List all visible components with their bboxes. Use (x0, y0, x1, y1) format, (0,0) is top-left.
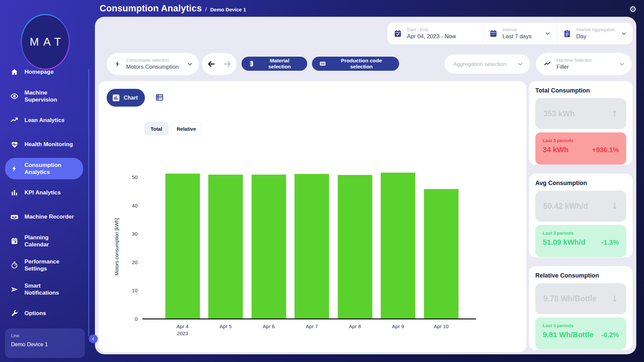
forward-arrow-button[interactable] (223, 60, 232, 68)
sidebar-item-smart-notifications[interactable]: Smart Notifications (0, 277, 90, 301)
chart-bar-5[interactable] (338, 175, 372, 319)
material-selection-button[interactable]: Material selection (241, 57, 307, 71)
machine-selection-value: Filler (556, 64, 614, 70)
chart-bar-2[interactable] (208, 175, 243, 319)
calendar-icon (489, 29, 498, 38)
bar-chart-plot: 01020304050 (143, 175, 476, 319)
stat-value: 353 kWh (543, 109, 575, 118)
sidebar-item-homepage[interactable]: Homepage (0, 60, 90, 84)
trend-icon (10, 116, 19, 125)
sidebar-item-consumption-analytics[interactable]: Consumption Analytics (0, 157, 90, 181)
sidebar-collapse-button[interactable] (89, 335, 98, 343)
x-axis-labels: Apr 4 2023Apr 5Apr 6Apr 7Apr 8Apr 9Apr 1… (161, 323, 463, 337)
aggregation-selector[interactable]: Aggregation selection (444, 54, 530, 74)
stat-title: Relative Consumption (535, 272, 626, 279)
sidebar-item-label: Performance Settings (24, 258, 59, 273)
x-tick-label: Apr 10 (420, 323, 463, 337)
sidebar-item-health-monitoring[interactable]: Health Monitoring (0, 132, 90, 157)
calendar-check-icon (393, 29, 402, 38)
interval-aggregation-value: Day (576, 33, 616, 40)
sidebar-item-label: Options (24, 310, 46, 317)
bar-slot (161, 175, 204, 319)
stat-current-box: 9.78 Wh/Bottle↓ (535, 283, 626, 314)
bar-slot (420, 175, 463, 319)
interval-label: Interval (502, 27, 540, 32)
sidebar-item-performance-settings[interactable]: Performance Settings (0, 253, 90, 277)
filter-bar: Start - End Apr 04, 2023 - Now Interval … (387, 23, 633, 44)
line-chart-icon (543, 60, 551, 68)
sidebar-item-label: KPI Analytics (24, 189, 61, 196)
chart-bar-4[interactable] (294, 174, 329, 319)
sidebar-item-label: Homepage (24, 68, 54, 75)
table-view-button[interactable] (155, 93, 164, 103)
x-axis-line (143, 318, 476, 319)
production-code-selection-label: Production code selection (330, 58, 392, 70)
stat-period-change: +936.1% (592, 146, 619, 154)
chevron-down-icon (619, 61, 625, 67)
sidebar-item-label: Smart Notifications (24, 282, 59, 297)
device-card[interactable]: Line Demo Device 1 (5, 328, 85, 358)
x-tick-label: Apr 4 2023 (161, 323, 204, 337)
chart-bar-1[interactable] (165, 174, 200, 319)
bar-slot (377, 175, 420, 319)
interval-aggregation-filter[interactable]: Interval Aggregation Day (557, 23, 633, 44)
logo-text: MAT (25, 36, 65, 48)
chevron-down-icon (621, 31, 627, 36)
sidebar-item-lean-analytics[interactable]: Lean Analytics (0, 108, 90, 132)
sidebar-item-kpi-analytics[interactable]: KPI Analytics (0, 181, 90, 205)
settings-gear-button[interactable]: ⚙ (627, 3, 639, 15)
sidebar-item-options[interactable]: Options (0, 301, 90, 325)
wrench-icon (10, 309, 19, 317)
machine-selector[interactable]: Machine Selection Filler (536, 53, 632, 75)
bars-group (161, 175, 463, 319)
stat-period-box: Last 3 periods9.81 Wh/Bottle-0.2% (535, 317, 626, 350)
chart-bar-6[interactable] (381, 173, 415, 319)
sidebar-item-planning-calendar[interactable]: Planning Calendar (0, 229, 90, 253)
bar-slot (247, 175, 290, 319)
start-end-filter[interactable]: Start - End Apr 04, 2023 - Now (387, 23, 483, 44)
stat-card-avg-consumption: Avg Consumption50.42 kWh/d↓Last 3 period… (529, 174, 633, 257)
calendar-icon (10, 237, 19, 245)
chart-bar-3[interactable] (252, 175, 286, 319)
heart-icon (10, 140, 19, 149)
consumable-selector[interactable]: Consumable selection Motors Consumption (107, 53, 199, 75)
clipboard-icon (563, 29, 572, 38)
sidebar-item-machine-supervision[interactable]: Machine Supervision (0, 84, 90, 108)
sidebar-item-machine-recorder[interactable]: Machine Recorder (0, 205, 90, 229)
tab-chart-label: Chart (124, 95, 138, 101)
tab-chart[interactable]: Chart (107, 89, 145, 107)
consumable-value: Motors Consumption (126, 64, 182, 70)
bar-chart-icon (112, 94, 120, 102)
send-icon (10, 285, 19, 294)
sidebar-scrollbar[interactable] (88, 69, 89, 337)
chevron-down-icon (545, 31, 550, 36)
toggle-total[interactable]: Total (145, 122, 168, 135)
stat-period-label: Last 3 periods (543, 323, 619, 328)
x-tick-label: Apr 8 (333, 323, 377, 337)
recorder-icon (10, 213, 19, 222)
bar-slot (204, 175, 248, 319)
eye-icon (10, 92, 19, 101)
sidebar-item-label: Consumption Analytics (24, 162, 61, 176)
sidebar-nav: HomepageMachine SupervisionLean Analytic… (0, 60, 90, 325)
sidebar-item-label: Machine Recorder (24, 213, 74, 220)
y-tick-label: 20 (124, 259, 138, 265)
stat-current-box: 50.42 kWh/d↓ (535, 191, 626, 222)
trend-up-arrow-icon: ↑ (611, 109, 618, 119)
period-nav (202, 53, 236, 75)
chevron-down-icon (187, 61, 193, 67)
table-icon (155, 93, 164, 102)
interval-filter[interactable]: Interval Last 7 days (483, 23, 556, 44)
chart-bar-7[interactable] (424, 189, 459, 319)
sidebar-item-label: Health Monitoring (24, 141, 73, 148)
production-code-selection-button[interactable]: Production code selection (312, 57, 399, 71)
y-axis-label: Motors consumption [kWh] (114, 175, 119, 319)
x-tick-label: Apr 5 (204, 323, 248, 337)
back-arrow-button[interactable] (207, 60, 216, 68)
page-header: Consumption Analytics / Demo Device 1 (100, 0, 246, 17)
toggle-relative[interactable]: Relative (171, 122, 202, 135)
stat-period-value: 9.81 Wh/Bottle (543, 330, 594, 339)
stat-title: Total Consumption (535, 87, 626, 94)
gauge-icon (10, 261, 19, 269)
breadcrumb: Demo Device 1 (210, 7, 246, 12)
